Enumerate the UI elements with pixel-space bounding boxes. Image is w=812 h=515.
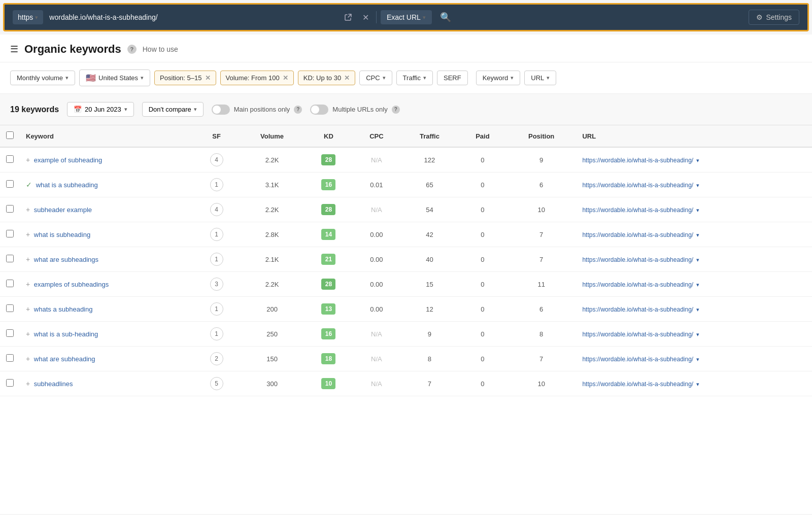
main-positions-help-icon[interactable]: ? xyxy=(294,106,302,114)
kd-cell: 16 xyxy=(304,322,353,347)
main-positions-toggle[interactable] xyxy=(212,105,230,115)
url-link[interactable]: https://wordable.io/what-is-a-subheading… xyxy=(582,381,693,388)
keyword-link[interactable]: what is a subheading xyxy=(36,181,98,189)
url-dropdown-icon[interactable]: ▾ xyxy=(696,331,699,337)
url-dropdown-icon[interactable]: ▾ xyxy=(696,356,699,362)
compare-chevron-icon: ▾ xyxy=(194,106,197,113)
multiple-urls-toggle[interactable] xyxy=(310,105,328,115)
row-checkbox[interactable] xyxy=(6,304,14,312)
close-url-icon[interactable]: ✕ xyxy=(359,11,372,24)
position-value: 11 xyxy=(537,281,545,288)
sf-value: 4 xyxy=(210,153,223,166)
protocol-dropdown[interactable]: https ▾ xyxy=(13,10,43,24)
position-filter-tag: Position: 5–15 ✕ xyxy=(154,71,216,85)
url-link[interactable]: https://wordable.io/what-is-a-subheading… xyxy=(582,356,693,363)
row-action-icon[interactable]: + xyxy=(26,305,30,313)
volume-value: 2.2K xyxy=(265,206,279,214)
keyword-link[interactable]: example of subheading xyxy=(34,156,102,164)
cpc-cell: N/A xyxy=(353,147,400,173)
row-checkbox[interactable] xyxy=(6,329,14,337)
hamburger-icon[interactable]: ☰ xyxy=(10,44,18,55)
row-checkbox[interactable] xyxy=(6,379,14,387)
open-external-icon[interactable] xyxy=(341,11,355,23)
row-action-icon[interactable]: + xyxy=(26,330,30,338)
settings-button[interactable]: ⚙ Settings xyxy=(749,10,799,25)
row-checkbox[interactable] xyxy=(6,205,14,213)
help-icon[interactable]: ? xyxy=(127,45,137,54)
url-link[interactable]: https://wordable.io/what-is-a-subheading… xyxy=(582,306,693,313)
url-type-dropdown[interactable]: Exact URL ▾ xyxy=(381,10,432,24)
keyword-link[interactable]: subheader example xyxy=(34,206,92,214)
row-action-icon[interactable]: ✓ xyxy=(26,181,32,189)
row-action-icon[interactable]: + xyxy=(26,380,30,388)
url-link[interactable]: https://wordable.io/what-is-a-subheading… xyxy=(582,157,693,164)
col-header-traffic: Traffic xyxy=(400,125,459,147)
table-row: + what is a sub-heading 1 250 16 N/A 9 0… xyxy=(0,322,812,347)
paid-cell: 0 xyxy=(459,322,506,347)
cpc-filter[interactable]: CPC ▾ xyxy=(359,71,392,85)
url-dropdown-icon[interactable]: ▾ xyxy=(696,232,699,238)
url-link[interactable]: https://wordable.io/what-is-a-subheading… xyxy=(582,331,693,338)
row-checkbox-cell xyxy=(0,371,20,396)
row-action-icon[interactable]: + xyxy=(26,280,30,288)
url-input[interactable] xyxy=(47,10,337,24)
filters-row: Monthly volume ▾ 🇺🇸 United States ▾ Posi… xyxy=(0,62,812,94)
url-cell: https://wordable.io/what-is-a-subheading… xyxy=(576,272,812,297)
volume-filter-close[interactable]: ✕ xyxy=(283,74,288,82)
keyword-link[interactable]: what is a sub-heading xyxy=(34,330,98,338)
row-action-icon[interactable]: + xyxy=(26,355,30,363)
url-link[interactable]: https://wordable.io/what-is-a-subheading… xyxy=(582,256,693,263)
date-picker[interactable]: 📅 20 Jun 2023 ▾ xyxy=(67,102,134,117)
url-dropdown-icon[interactable]: ▾ xyxy=(696,282,699,288)
row-checkbox[interactable] xyxy=(6,280,14,287)
keyword-link[interactable]: what are subheading xyxy=(34,355,95,363)
row-action-icon[interactable]: + xyxy=(26,156,30,164)
traffic-filter[interactable]: Traffic ▾ xyxy=(396,71,433,85)
multiple-urls-help-icon[interactable]: ? xyxy=(392,106,400,114)
row-checkbox[interactable] xyxy=(6,354,14,362)
url-link[interactable]: https://wordable.io/what-is-a-subheading… xyxy=(582,281,693,288)
keyword-link[interactable]: examples of subheadings xyxy=(34,281,109,288)
url-dropdown-icon[interactable]: ▾ xyxy=(696,182,699,188)
url-dropdown-icon[interactable]: ▾ xyxy=(696,306,699,313)
keyword-link[interactable]: what is subheading xyxy=(34,231,90,238)
row-action-icon[interactable]: + xyxy=(26,205,30,214)
keyword-filter[interactable]: Keyword ▾ xyxy=(476,71,521,85)
sf-value: 5 xyxy=(210,377,223,390)
url-cell: https://wordable.io/what-is-a-subheading… xyxy=(576,147,812,173)
url-link[interactable]: https://wordable.io/what-is-a-subheading… xyxy=(582,231,693,238)
row-action-icon[interactable]: + xyxy=(26,230,30,238)
position-cell: 6 xyxy=(506,173,576,197)
how-to-use-link[interactable]: How to use xyxy=(143,45,178,53)
url-dropdown-icon[interactable]: ▾ xyxy=(696,257,699,263)
row-checkbox[interactable] xyxy=(6,255,14,262)
row-action-icon[interactable]: + xyxy=(26,255,30,263)
position-value: 6 xyxy=(539,181,543,189)
position-filter-close[interactable]: ✕ xyxy=(205,74,211,82)
paid-cell: 0 xyxy=(459,173,506,197)
keyword-link[interactable]: subheadlines xyxy=(34,380,73,388)
monthly-volume-filter[interactable]: Monthly volume ▾ xyxy=(10,71,75,85)
url-dropdown-icon[interactable]: ▾ xyxy=(696,157,699,163)
url-link[interactable]: https://wordable.io/what-is-a-subheading… xyxy=(582,207,693,214)
url-filter[interactable]: URL ▾ xyxy=(524,71,556,85)
compare-dropdown[interactable]: Don't compare ▾ xyxy=(142,102,204,117)
row-checkbox[interactable] xyxy=(6,180,14,188)
keyword-link[interactable]: whats a subheading xyxy=(34,305,93,313)
url-link[interactable]: https://wordable.io/what-is-a-subheading… xyxy=(582,182,693,189)
kd-filter-close[interactable]: ✕ xyxy=(344,74,350,82)
row-checkbox[interactable] xyxy=(6,230,14,237)
url-dropdown-icon[interactable]: ▾ xyxy=(696,381,699,387)
row-checkbox-cell xyxy=(0,173,20,197)
url-dropdown-icon[interactable]: ▾ xyxy=(696,207,699,213)
kd-cell: 10 xyxy=(304,371,353,396)
country-filter[interactable]: 🇺🇸 United States ▾ xyxy=(79,70,150,86)
search-button[interactable]: 🔍 xyxy=(436,10,455,25)
select-all-checkbox[interactable] xyxy=(6,131,14,139)
keyword-link[interactable]: what are subheadings xyxy=(34,256,98,263)
row-checkbox[interactable] xyxy=(6,155,14,163)
volume-cell: 2.1K xyxy=(240,247,304,272)
serf-filter[interactable]: SERF xyxy=(437,71,468,85)
traffic-value: 122 xyxy=(424,156,435,164)
position-value: 7 xyxy=(539,256,543,263)
